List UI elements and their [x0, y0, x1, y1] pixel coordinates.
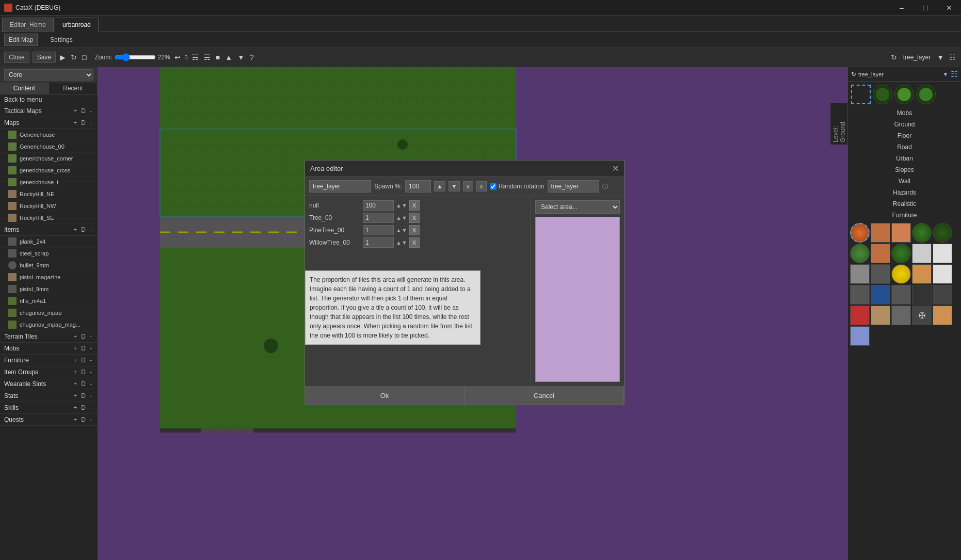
palette-item-24[interactable]: ✠: [912, 306, 932, 325]
quests-d[interactable]: D: [79, 416, 87, 423]
stats-plus[interactable]: +: [72, 392, 78, 399]
palette-item-12[interactable]: [871, 264, 890, 284]
paste-icon[interactable]: ☴: [203, 52, 212, 62]
palette-item-15[interactable]: [933, 264, 952, 284]
sidebar-item-maps[interactable]: Maps + D -: [0, 117, 98, 129]
back-to-menu-label[interactable]: Back to menu: [4, 96, 93, 103]
list-item[interactable]: pistol_magazine: [0, 271, 98, 283]
spawn-up-button[interactable]: ▲: [434, 181, 445, 191]
layer-input[interactable]: [309, 180, 371, 193]
quests-minus[interactable]: -: [88, 416, 93, 423]
palette-item-23[interactable]: [891, 306, 911, 325]
zoom-slider[interactable]: [115, 53, 156, 61]
maps-d[interactable]: D: [79, 119, 87, 126]
sidebar-item-quests[interactable]: Quests + D -: [0, 414, 98, 426]
tactical-maps-minus[interactable]: -: [88, 107, 93, 115]
spinner-tree00[interactable]: ▲▼: [396, 215, 407, 221]
list-item[interactable]: chugunov_mpap_mag...: [0, 319, 98, 331]
ig-d[interactable]: D: [79, 369, 87, 376]
list-item[interactable]: RockyHill_SE: [0, 212, 98, 224]
palette-item-22[interactable]: [871, 306, 890, 325]
list-item[interactable]: Generichouse: [0, 129, 98, 141]
category-mobs[interactable]: Mobs: [848, 107, 961, 119]
row-value-willowtree00[interactable]: [363, 237, 394, 248]
list-item[interactable]: generichouse_cross: [0, 165, 98, 177]
spawn-down-button[interactable]: ▼: [449, 181, 460, 191]
category-realistic[interactable]: Realistic: [848, 198, 961, 210]
row-delete-null[interactable]: X: [409, 200, 420, 211]
erase-icon[interactable]: ▼: [236, 52, 246, 62]
right-input[interactable]: [548, 180, 599, 193]
list-item[interactable]: generichouse_t: [0, 177, 98, 188]
palette-tree-3[interactable]: [916, 85, 936, 104]
sidebar-item-tactical-maps[interactable]: Tactical Maps + D -: [0, 105, 98, 117]
spawn-v-button[interactable]: v: [463, 181, 473, 191]
tactical-maps-plus[interactable]: +: [72, 107, 78, 115]
refresh-icon[interactable]: ↻: [851, 71, 856, 78]
mobs-plus[interactable]: +: [72, 345, 78, 352]
settings-button[interactable]: Settings: [46, 34, 76, 45]
close-window-button[interactable]: ✕: [937, 0, 961, 15]
palette-item-16[interactable]: [850, 285, 870, 305]
ok-button[interactable]: Ok: [305, 387, 465, 405]
row-value-pinetree00[interactable]: [363, 225, 394, 235]
grid-icon[interactable]: ☷: [951, 69, 958, 79]
palette-item-6[interactable]: [850, 244, 870, 263]
save-button[interactable]: Save: [33, 52, 56, 63]
spinner-willowtree00[interactable]: ▲▼: [396, 239, 407, 246]
palette-item-21[interactable]: [850, 306, 870, 325]
spinner-pinetree00[interactable]: ▲▼: [396, 227, 407, 233]
palette-item-10[interactable]: [933, 244, 952, 263]
terrain-d[interactable]: D: [79, 333, 87, 340]
spawn-x-button[interactable]: x: [476, 181, 487, 191]
items-minus[interactable]: -: [88, 226, 93, 233]
palette-item-26[interactable]: [850, 326, 870, 346]
ig-minus[interactable]: -: [88, 369, 93, 376]
list-item[interactable]: bullet_9mm: [0, 260, 98, 271]
list-item[interactable]: generichouse_corner: [0, 153, 98, 165]
palette-item-19[interactable]: [912, 285, 932, 305]
sidebar-item-items[interactable]: Items + D -: [0, 224, 98, 236]
palette-item-18[interactable]: [891, 285, 911, 305]
skills-minus[interactable]: -: [88, 404, 93, 411]
category-furniture[interactable]: Furniture: [848, 210, 961, 221]
palette-tree-1[interactable]: [873, 85, 892, 104]
maps-minus[interactable]: -: [88, 119, 93, 126]
category-floor[interactable]: Floor: [848, 130, 961, 141]
palette-item-1[interactable]: [850, 223, 870, 243]
sidebar-item-stats[interactable]: Stats + D -: [0, 390, 98, 402]
select-area-dropdown[interactable]: Select area...: [535, 200, 620, 214]
cancel-button[interactable]: Cancel: [465, 387, 624, 405]
furniture-d[interactable]: D: [79, 357, 87, 364]
help-icon[interactable]: ?: [249, 52, 255, 62]
category-wall[interactable]: Wall: [848, 175, 961, 187]
layer-dropdown[interactable]: ▼: [936, 52, 945, 62]
tool-icon-2[interactable]: ↻: [70, 52, 78, 62]
stats-minus[interactable]: -: [88, 392, 93, 399]
list-item[interactable]: RockyHill_NW: [0, 200, 98, 212]
category-slopes[interactable]: Slopes: [848, 164, 961, 175]
palette-item-20[interactable]: [933, 285, 952, 305]
palette-item-9[interactable]: [912, 244, 932, 263]
list-item[interactable]: rifle_m4a1: [0, 295, 98, 307]
spawn-input[interactable]: [405, 180, 431, 193]
terrain-plus[interactable]: +: [72, 333, 78, 340]
list-item[interactable]: steel_scrap: [0, 248, 98, 260]
sidebar-item-mobs[interactable]: Mobs + D -: [0, 343, 98, 355]
grid-icon[interactable]: ☷: [948, 52, 957, 62]
stats-d[interactable]: D: [79, 392, 87, 399]
mobs-d[interactable]: D: [79, 345, 87, 352]
tab-content[interactable]: Content: [0, 83, 49, 94]
skills-d[interactable]: D: [79, 404, 87, 411]
items-d[interactable]: D: [79, 226, 87, 233]
list-item[interactable]: chugunov_mpap: [0, 307, 98, 319]
core-select[interactable]: Core: [4, 69, 93, 81]
random-rotation-checkbox[interactable]: [490, 183, 496, 190]
furniture-plus[interactable]: +: [72, 357, 78, 364]
quests-plus[interactable]: +: [72, 416, 78, 423]
tool-icon-1[interactable]: ▶: [59, 52, 67, 62]
spinner-null[interactable]: ▲▼: [396, 202, 407, 209]
palette-tree-2[interactable]: [894, 85, 914, 104]
palette-item-25[interactable]: [933, 306, 952, 325]
close-button[interactable]: Close: [4, 52, 29, 63]
